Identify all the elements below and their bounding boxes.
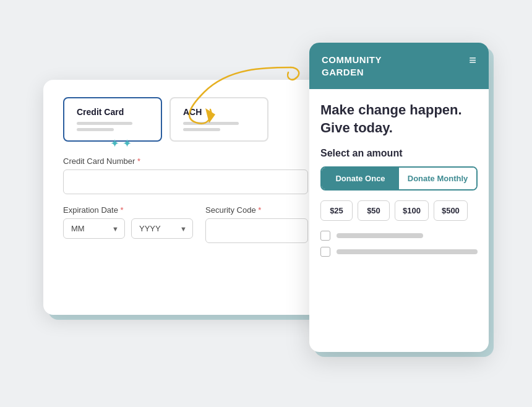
year-select-wrap: YYYY ▼ bbox=[131, 218, 193, 239]
amount-500[interactable]: $500 bbox=[434, 200, 468, 221]
form-section: Credit Card Number * Expiration Date * M… bbox=[63, 156, 308, 243]
arrow-decoration bbox=[167, 61, 303, 135]
donate-once-tab[interactable]: Donate Once bbox=[322, 168, 399, 189]
year-select[interactable]: YYYY bbox=[131, 218, 193, 239]
expiration-date-label: Expiration Date * bbox=[63, 205, 193, 215]
sparkle-decoration: ✦ ✦ bbox=[110, 137, 132, 150]
security-code-input[interactable] bbox=[205, 218, 308, 243]
credit-card-tab[interactable]: Credit Card bbox=[63, 97, 162, 142]
donate-monthly-tab[interactable]: Donate Monthly bbox=[399, 168, 476, 189]
checkbox-line-1 bbox=[337, 233, 423, 238]
sec-required-mark: * bbox=[258, 205, 261, 215]
amount-section-title: Select an amount bbox=[320, 148, 478, 159]
mobile-body: Make change happen. Give today. Select a… bbox=[309, 89, 489, 269]
tab-line-2 bbox=[77, 128, 114, 131]
amount-buttons-group: $25 $50 $100 $500 bbox=[320, 200, 478, 221]
date-selects-row: MM ▼ YYYY ▼ bbox=[63, 218, 193, 239]
checkbox-rows bbox=[320, 231, 478, 257]
checkbox-row-2 bbox=[320, 247, 478, 257]
security-code-label: Security Code * bbox=[205, 205, 308, 215]
month-select-wrap: MM ▼ bbox=[63, 218, 125, 239]
tab-line-1 bbox=[77, 122, 132, 125]
credit-card-tab-label: Credit Card bbox=[77, 107, 148, 117]
date-security-row: Expiration Date * MM ▼ YYYY bbox=[63, 205, 308, 243]
scene: ✦ ✦ Credit Card ACH Credit Card Nu bbox=[43, 43, 489, 364]
checkbox-1[interactable] bbox=[320, 231, 330, 241]
checkbox-2[interactable] bbox=[320, 247, 330, 257]
credit-card-number-label: Credit Card Number * bbox=[63, 156, 308, 166]
exp-required-mark: * bbox=[121, 205, 124, 215]
hamburger-icon[interactable]: ≡ bbox=[469, 54, 476, 66]
org-name: COMMUNITY GARDEN bbox=[322, 54, 382, 78]
month-select[interactable]: MM bbox=[63, 218, 125, 239]
required-mark: * bbox=[137, 156, 140, 166]
hero-text: Make change happen. Give today. bbox=[320, 101, 478, 137]
mobile-donation-card: COMMUNITY GARDEN ≡ Make change happen. G… bbox=[309, 43, 489, 352]
amount-25[interactable]: $25 bbox=[320, 200, 353, 221]
checkbox-line-2 bbox=[337, 249, 478, 254]
amount-50[interactable]: $50 bbox=[358, 200, 390, 221]
mobile-header: COMMUNITY GARDEN ≡ bbox=[309, 43, 489, 89]
credit-card-tab-lines bbox=[77, 122, 148, 131]
security-code-group: Security Code * bbox=[205, 205, 308, 243]
donate-frequency-tabs: Donate Once Donate Monthly bbox=[320, 166, 478, 191]
amount-100[interactable]: $100 bbox=[395, 200, 429, 221]
checkbox-row-1 bbox=[320, 231, 478, 241]
credit-card-number-input[interactable] bbox=[63, 169, 308, 194]
expiration-date-group: Expiration Date * MM ▼ YYYY bbox=[63, 205, 193, 243]
